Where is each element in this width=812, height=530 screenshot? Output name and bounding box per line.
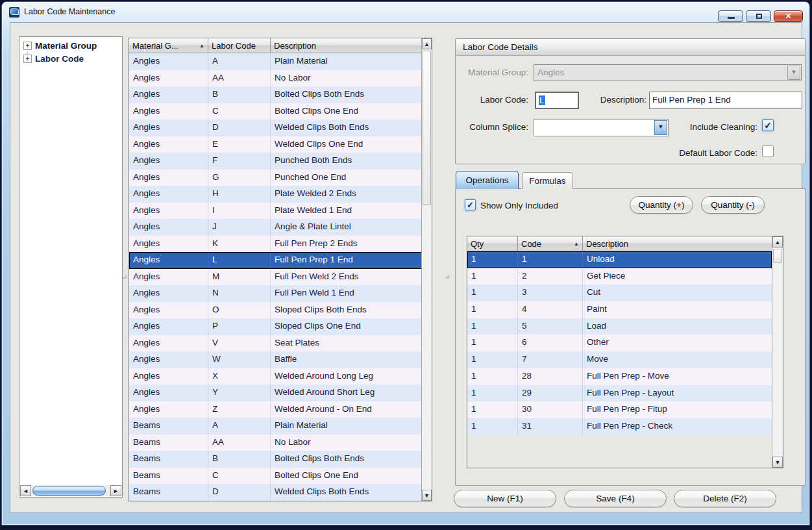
tab-formulas[interactable]: Formulas (522, 172, 573, 189)
scroll-down-button[interactable]: ▼ (772, 457, 783, 468)
cell-material-group: Beams (129, 418, 208, 435)
cell-description: Full Pen Prep 1 End (271, 252, 422, 269)
scroll-down-icon: ▼ (424, 492, 430, 499)
scroll-thumb[interactable] (423, 51, 431, 205)
tree-item-label[interactable]: Labor Code (35, 54, 84, 64)
cell-material-group: Angles (129, 269, 208, 286)
cell-labor-code: C (208, 468, 271, 485)
tab-operations[interactable]: Operations (456, 171, 519, 189)
table-row[interactable]: 1 7 Move (467, 351, 772, 368)
tree-horizontal-scrollbar[interactable]: ◄ ► (20, 485, 121, 496)
cell-description: Cut (583, 284, 772, 301)
table-row[interactable]: Angles D Welded Clips Both Ends (129, 120, 422, 136)
labor-code-input[interactable]: L (535, 92, 579, 109)
column-header-qty[interactable]: Qty (467, 236, 518, 251)
tree-item-material-group[interactable]: + Material Group (19, 39, 122, 52)
table-row[interactable]: Beams A Plain Material (129, 418, 422, 435)
table-row[interactable]: 1 2 Get Piece (467, 268, 772, 285)
column-header-code[interactable]: Code ▲ (518, 236, 583, 251)
table-row[interactable]: Angles C Bolted Clips One End (129, 103, 422, 120)
table-row[interactable]: Angles P Sloped Clips One End (129, 318, 422, 335)
table-row[interactable]: Angles J Angle & Plate Lintel (129, 219, 422, 236)
table-row[interactable]: 1 28 Full Pen Prep - Move (467, 368, 772, 385)
chevron-down-icon: ▼ (788, 69, 800, 75)
table-row[interactable]: Beams C Bolted Clips One End (129, 468, 422, 485)
save-button[interactable]: Save (F4) (564, 490, 667, 507)
scroll-right-button[interactable]: ► (110, 485, 121, 496)
cell-code: 30 (518, 401, 583, 418)
close-button[interactable]: ✕ (774, 10, 803, 22)
expand-icon[interactable]: + (23, 55, 32, 63)
table-row[interactable]: 1 6 Other (467, 334, 772, 351)
cell-description: Plate Welded 2 Ends (271, 186, 422, 203)
table-row[interactable]: Angles O Sloped Clips Both Ends (129, 302, 422, 319)
cell-labor-code: H (208, 186, 271, 203)
scroll-left-button[interactable]: ◄ (20, 485, 31, 496)
labor-table-vertical-scrollbar[interactable]: ▲ ▼ (421, 38, 432, 501)
cell-material-group: Angles (129, 401, 208, 418)
tree-item-labor-code[interactable]: + Labor Code (19, 52, 122, 65)
table-row[interactable]: Angles F Punched Both Ends (129, 153, 422, 170)
minimize-button[interactable] (718, 10, 743, 22)
maximize-button[interactable] (746, 10, 771, 22)
cell-code: 1 (518, 251, 583, 268)
quantity-minus-button[interactable]: Quantity (-) (701, 196, 765, 214)
scroll-thumb[interactable] (32, 486, 106, 496)
table-row[interactable]: Angles V Seat Plates (129, 335, 422, 352)
titlebar[interactable]: Labor Code Maintenance ✕ (2, 2, 809, 22)
table-row[interactable]: 1 4 Paint (467, 301, 772, 318)
combo-dropdown-button[interactable]: ▼ (787, 66, 800, 80)
expand-icon[interactable]: + (23, 42, 32, 50)
scroll-up-button[interactable]: ▲ (772, 236, 783, 247)
column-header-description[interactable]: Description (271, 38, 422, 53)
scroll-down-button[interactable]: ▼ (422, 490, 432, 501)
splitter-grip[interactable] (123, 275, 127, 279)
column-header-labor-code[interactable]: Labor Code (208, 38, 271, 53)
table-row[interactable]: Angles M Full Pen Weld 2 Ends (129, 269, 422, 286)
cell-material-group: Beams (129, 451, 208, 468)
table-row[interactable]: Angles H Plate Welded 2 Ends (129, 186, 422, 203)
tree-item-label[interactable]: Material Group (35, 41, 97, 51)
table-row[interactable]: Angles Y Welded Around Short Leg (129, 385, 422, 401)
scroll-up-button[interactable]: ▲ (422, 38, 432, 49)
cell-description: Welded Around Short Leg (271, 385, 422, 401)
splitter-grip[interactable] (445, 275, 449, 279)
table-row[interactable]: Angles A Plain Material (129, 53, 422, 70)
scroll-thumb[interactable] (773, 249, 782, 263)
table-row[interactable]: Angles Z Welded Around - On End (129, 401, 422, 418)
cell-material-group: Angles (129, 351, 208, 368)
table-row[interactable]: 1 30 Full Pen Prep - Fitup (467, 401, 772, 418)
description-input[interactable]: Full Pen Prep 1 End (649, 92, 802, 109)
show-only-included-checkbox[interactable]: ✓ (465, 199, 476, 210)
default-labor-code-checkbox[interactable]: ✓ (762, 145, 774, 157)
table-row[interactable]: 1 1 Unload (467, 251, 772, 268)
table-row[interactable]: Angles E Welded Clips One End (129, 136, 422, 153)
delete-button[interactable]: Delete (F2) (674, 490, 776, 507)
table-row[interactable]: Angles L Full Pen Prep 1 End (129, 252, 422, 269)
table-row[interactable]: Beams D Welded Clips Both Ends (129, 484, 422, 501)
table-row[interactable]: Angles G Punched One End (129, 170, 422, 186)
cell-description: Full Pen Prep - Check (583, 418, 772, 435)
cell-labor-code: C (208, 103, 271, 120)
material-group-combo[interactable]: Angles ▼ (534, 64, 802, 81)
column-header-description[interactable]: Description (583, 236, 772, 251)
include-cleaning-checkbox[interactable]: ✓ (762, 120, 774, 131)
table-row[interactable]: Beams AA No Labor (129, 435, 422, 451)
table-row[interactable]: Angles AA No Labor (129, 70, 422, 87)
table-row[interactable]: Angles K Full Pen Prep 2 Ends (129, 236, 422, 253)
table-row[interactable]: 1 31 Full Pen Prep - Check (467, 418, 772, 435)
operations-vertical-scrollbar[interactable]: ▲ ▼ (772, 236, 783, 468)
table-row[interactable]: Angles X Welded Around Long Leg (129, 368, 422, 385)
column-header-material-group[interactable]: Material G... ▲ (129, 38, 208, 53)
cell-material-group: Angles (129, 86, 208, 103)
table-row[interactable]: Angles B Bolted Clips Both Ends (129, 86, 422, 103)
table-row[interactable]: Angles I Plate Welded 1 End (129, 203, 422, 220)
new-button[interactable]: New (F1) (454, 490, 556, 507)
table-row[interactable]: 1 5 Load (467, 318, 772, 335)
quantity-plus-button[interactable]: Quantity (+) (630, 196, 693, 214)
table-row[interactable]: Angles W Baffle (129, 351, 422, 368)
table-row[interactable]: Beams B Bolted Clips Both Ends (129, 451, 422, 468)
table-row[interactable]: 1 29 Full Pen Prep - Layout (467, 385, 772, 402)
table-row[interactable]: Angles N Full Pen Weld 1 End (129, 285, 422, 302)
table-row[interactable]: 1 3 Cut (467, 284, 772, 301)
